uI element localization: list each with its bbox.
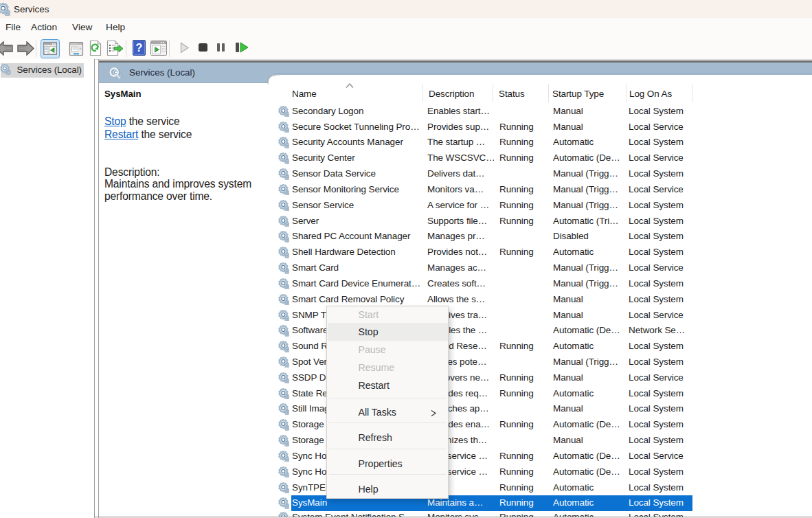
svg-text:?: ? xyxy=(136,42,143,54)
